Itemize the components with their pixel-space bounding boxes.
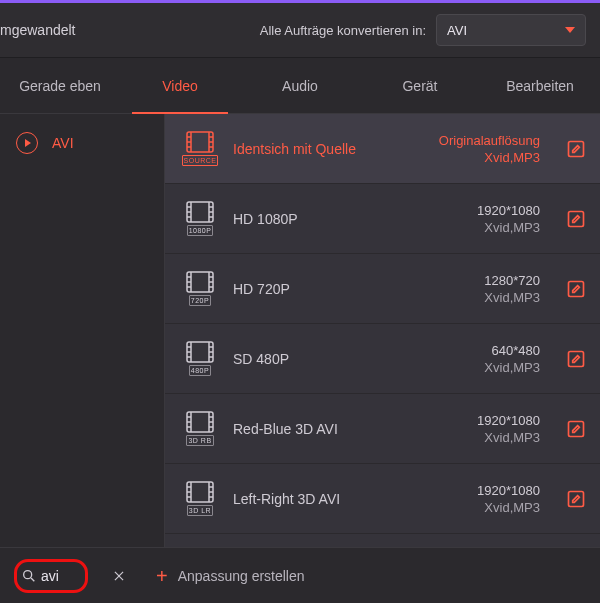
tab-label: Video xyxy=(162,78,198,94)
preset-codec: Xvid,MP3 xyxy=(410,220,540,235)
preset-row[interactable]: SOURCEIdentsich mit QuelleOriginalauflös… xyxy=(165,114,600,184)
svg-rect-39 xyxy=(569,351,584,366)
preset-list: SOURCEIdentsich mit QuelleOriginalauflös… xyxy=(165,114,600,547)
edit-preset-button[interactable] xyxy=(566,489,586,509)
tab-gerät[interactable]: Gerät xyxy=(360,58,480,114)
output-format-select[interactable]: AVI xyxy=(436,14,586,46)
convert-all-label: Alle Aufträge konvertieren in: xyxy=(260,23,426,38)
edit-preset-button[interactable] xyxy=(566,419,586,439)
preset-row[interactable]: 720PHD 720P1280*720Xvid,MP3 xyxy=(165,254,600,324)
footer-bar: + Anpassung erstellen xyxy=(0,547,600,603)
search-highlight xyxy=(14,559,88,593)
edit-preset-button[interactable] xyxy=(566,279,586,299)
edit-preset-button[interactable] xyxy=(566,139,586,159)
output-format-value: AVI xyxy=(447,23,467,38)
play-icon xyxy=(16,132,38,154)
tab-label: Bearbeiten xyxy=(506,78,574,94)
film-icon: 3D RB xyxy=(183,411,217,446)
svg-line-61 xyxy=(31,578,34,581)
film-icon-label: 3D RB xyxy=(186,435,213,446)
tab-label: Gerät xyxy=(402,78,437,94)
film-icon: 720P xyxy=(183,271,217,306)
preset-resolution: 1920*1080 xyxy=(410,413,540,428)
preset-codec: Xvid,MP3 xyxy=(410,430,540,445)
preset-title: Red-Blue 3D AVI xyxy=(233,421,394,437)
preset-resolution: 1280*720 xyxy=(410,273,540,288)
preset-row[interactable]: 3D RBRed-Blue 3D AVI1920*1080Xvid,MP3 xyxy=(165,394,600,464)
film-icon-label: 1080P xyxy=(187,225,214,236)
preset-resolution: 1920*1080 xyxy=(410,483,540,498)
preset-resolution: 640*480 xyxy=(410,343,540,358)
svg-rect-19 xyxy=(569,211,584,226)
sidebar-item-label: AVI xyxy=(52,135,74,151)
preset-meta: 640*480Xvid,MP3 xyxy=(410,343,540,375)
film-icon-label: SOURCE xyxy=(182,155,219,166)
preset-meta: OriginalauflösungXvid,MP3 xyxy=(410,133,540,165)
preset-codec: Xvid,MP3 xyxy=(410,290,540,305)
film-icon: SOURCE xyxy=(183,131,217,166)
svg-rect-29 xyxy=(569,281,584,296)
preset-title: Left-Right 3D AVI xyxy=(233,491,394,507)
svg-rect-59 xyxy=(569,491,584,506)
film-icon: 1080P xyxy=(183,201,217,236)
film-icon-label: 720P xyxy=(189,295,211,306)
preset-meta: 1920*1080Xvid,MP3 xyxy=(410,483,540,515)
film-icon-label: 480P xyxy=(189,365,211,376)
tab-video[interactable]: Video xyxy=(120,58,240,114)
tab-gerade-eben[interactable]: Gerade eben xyxy=(0,58,120,114)
preset-row[interactable]: 480PSD 480P640*480Xvid,MP3 xyxy=(165,324,600,394)
preset-title: HD 720P xyxy=(233,281,394,297)
tab-label: Audio xyxy=(282,78,318,94)
create-custom-label: Anpassung erstellen xyxy=(178,568,305,584)
preset-codec: Xvid,MP3 xyxy=(410,500,540,515)
tab-label: Gerade eben xyxy=(19,78,101,94)
tab-audio[interactable]: Audio xyxy=(240,58,360,114)
edit-preset-button[interactable] xyxy=(566,209,586,229)
tab-bearbeiten[interactable]: Bearbeiten xyxy=(480,58,600,114)
plus-icon: + xyxy=(156,566,168,586)
create-custom-button[interactable]: + Anpassung erstellen xyxy=(156,566,305,586)
format-sidebar: AVI xyxy=(0,114,165,547)
preset-title: Identsich mit Quelle xyxy=(233,141,394,157)
preset-meta: 1280*720Xvid,MP3 xyxy=(410,273,540,305)
chevron-down-icon xyxy=(565,27,575,33)
svg-rect-49 xyxy=(569,421,584,436)
preset-resolution: Originalauflösung xyxy=(410,133,540,148)
close-icon xyxy=(112,569,126,583)
search-icon xyxy=(21,568,37,584)
edit-preset-button[interactable] xyxy=(566,349,586,369)
category-tabs: Gerade ebenVideoAudioGerätBearbeiten xyxy=(0,58,600,114)
svg-point-60 xyxy=(24,570,32,578)
svg-rect-9 xyxy=(569,141,584,156)
preset-codec: Xvid,MP3 xyxy=(410,360,540,375)
preset-meta: 1920*1080Xvid,MP3 xyxy=(410,413,540,445)
preset-meta: 1920*1080Xvid,MP3 xyxy=(410,203,540,235)
film-icon: 3D LR xyxy=(183,481,217,516)
film-icon-label: 3D LR xyxy=(187,505,213,516)
sidebar-item-avi[interactable]: AVI xyxy=(0,122,164,164)
film-icon: 480P xyxy=(183,341,217,376)
preset-row[interactable]: 3D LRLeft-Right 3D AVI1920*1080Xvid,MP3 xyxy=(165,464,600,534)
search-input[interactable] xyxy=(41,568,79,584)
preset-row[interactable]: 1080PHD 1080P1920*1080Xvid,MP3 xyxy=(165,184,600,254)
preset-codec: Xvid,MP3 xyxy=(410,150,540,165)
preset-resolution: 1920*1080 xyxy=(410,203,540,218)
header-left-text: mgewandelt xyxy=(0,22,76,38)
preset-title: HD 1080P xyxy=(233,211,394,227)
preset-title: SD 480P xyxy=(233,351,394,367)
clear-search-button[interactable] xyxy=(110,567,128,585)
header-bar: mgewandelt Alle Aufträge konvertieren in… xyxy=(0,3,600,58)
